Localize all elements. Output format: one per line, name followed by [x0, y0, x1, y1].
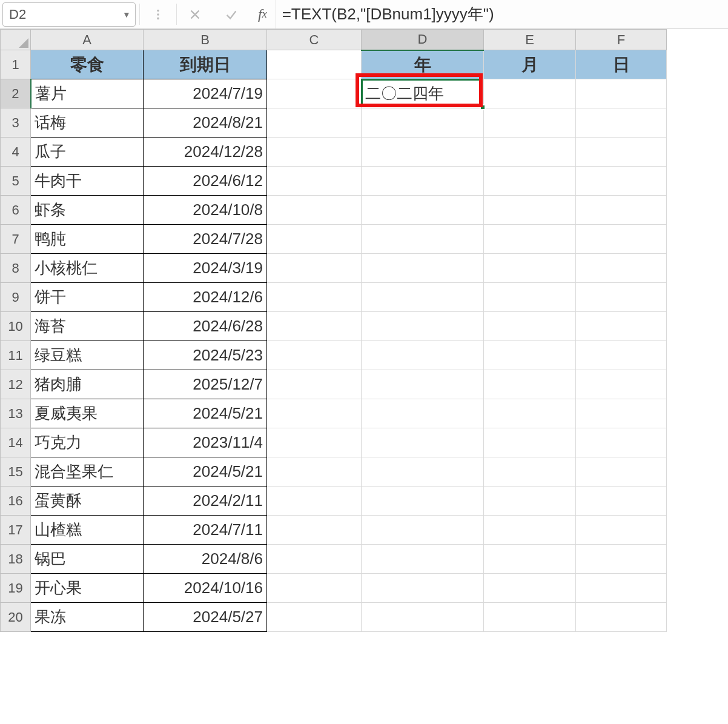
col-header-C[interactable]: C: [267, 30, 362, 50]
cell-C4[interactable]: [267, 138, 362, 167]
cell-B11[interactable]: 2024/5/23: [144, 341, 267, 370]
cell-B3[interactable]: 2024/8/21: [144, 108, 267, 138]
cell-C13[interactable]: [267, 399, 362, 428]
cell-A5[interactable]: 牛肉干: [31, 167, 144, 196]
cell-C19[interactable]: [267, 574, 362, 603]
cell-B16[interactable]: 2024/2/11: [144, 487, 267, 516]
row-header-3[interactable]: 3: [1, 108, 31, 138]
cell-F10[interactable]: [576, 312, 667, 341]
cell-C20[interactable]: [267, 603, 362, 632]
cell-A3[interactable]: 话梅: [31, 108, 144, 138]
row-header-1[interactable]: 1: [1, 50, 31, 79]
cell-D13[interactable]: [362, 399, 484, 428]
cell-F12[interactable]: [576, 370, 667, 399]
cell-F1[interactable]: 日: [576, 50, 667, 79]
cell-B6[interactable]: 2024/10/8: [144, 196, 267, 225]
row-header-14[interactable]: 14: [1, 428, 31, 457]
col-header-E[interactable]: E: [484, 30, 576, 50]
cell-D8[interactable]: [362, 254, 484, 283]
more-icon[interactable]: [140, 0, 176, 28]
cell-F2[interactable]: [576, 79, 667, 108]
cell-C1[interactable]: [267, 50, 362, 79]
cell-E9[interactable]: [484, 283, 576, 312]
cell-A9[interactable]: 饼干: [31, 283, 144, 312]
row-header-13[interactable]: 13: [1, 399, 31, 428]
cell-D16[interactable]: [362, 487, 484, 516]
cell-C9[interactable]: [267, 283, 362, 312]
cell-C3[interactable]: [267, 108, 362, 138]
select-all-corner[interactable]: [1, 30, 31, 50]
cell-A10[interactable]: 海苔: [31, 312, 144, 341]
cell-A4[interactable]: 瓜子: [31, 138, 144, 167]
cell-D17[interactable]: [362, 516, 484, 545]
fill-handle[interactable]: [480, 104, 486, 110]
cell-F5[interactable]: [576, 167, 667, 196]
cell-E17[interactable]: [484, 516, 576, 545]
cell-D5[interactable]: [362, 167, 484, 196]
cell-A14[interactable]: 巧克力: [31, 428, 144, 457]
cell-F11[interactable]: [576, 341, 667, 370]
cell-F6[interactable]: [576, 196, 667, 225]
cell-E7[interactable]: [484, 225, 576, 254]
cell-E15[interactable]: [484, 457, 576, 487]
cell-C10[interactable]: [267, 312, 362, 341]
row-header-15[interactable]: 15: [1, 457, 31, 487]
cell-E8[interactable]: [484, 254, 576, 283]
cell-F13[interactable]: [576, 399, 667, 428]
row-header-19[interactable]: 19: [1, 574, 31, 603]
cell-D10[interactable]: [362, 312, 484, 341]
cell-A8[interactable]: 小核桃仁: [31, 254, 144, 283]
cell-B10[interactable]: 2024/6/28: [144, 312, 267, 341]
cell-E6[interactable]: [484, 196, 576, 225]
cell-F19[interactable]: [576, 574, 667, 603]
row-header-9[interactable]: 9: [1, 283, 31, 312]
cell-A11[interactable]: 绿豆糕: [31, 341, 144, 370]
row-header-7[interactable]: 7: [1, 225, 31, 254]
cell-C6[interactable]: [267, 196, 362, 225]
cell-B17[interactable]: 2024/7/11: [144, 516, 267, 545]
row-header-18[interactable]: 18: [1, 545, 31, 574]
cell-C16[interactable]: [267, 487, 362, 516]
row-header-5[interactable]: 5: [1, 167, 31, 196]
row-header-10[interactable]: 10: [1, 312, 31, 341]
cell-A18[interactable]: 锅巴: [31, 545, 144, 574]
cell-E3[interactable]: [484, 108, 576, 138]
cell-B7[interactable]: 2024/7/28: [144, 225, 267, 254]
cell-C8[interactable]: [267, 254, 362, 283]
cell-B12[interactable]: 2025/12/7: [144, 370, 267, 399]
cell-B19[interactable]: 2024/10/16: [144, 574, 267, 603]
row-header-8[interactable]: 8: [1, 254, 31, 283]
cell-D4[interactable]: [362, 138, 484, 167]
cell-A6[interactable]: 虾条: [31, 196, 144, 225]
cell-A12[interactable]: 猪肉脯: [31, 370, 144, 399]
cell-D7[interactable]: [362, 225, 484, 254]
cell-C7[interactable]: [267, 225, 362, 254]
row-header-4[interactable]: 4: [1, 138, 31, 167]
cell-E20[interactable]: [484, 603, 576, 632]
col-header-F[interactable]: F: [576, 30, 667, 50]
cancel-icon[interactable]: [177, 0, 213, 28]
cell-A16[interactable]: 蛋黄酥: [31, 487, 144, 516]
cell-C5[interactable]: [267, 167, 362, 196]
cell-A20[interactable]: 果冻: [31, 603, 144, 632]
cell-F4[interactable]: [576, 138, 667, 167]
row-header-16[interactable]: 16: [1, 487, 31, 516]
cell-E4[interactable]: [484, 138, 576, 167]
cell-B20[interactable]: 2024/5/27: [144, 603, 267, 632]
cell-D9[interactable]: [362, 283, 484, 312]
confirm-icon[interactable]: [213, 0, 250, 28]
chevron-down-icon[interactable]: ▼: [118, 10, 135, 19]
cell-F7[interactable]: [576, 225, 667, 254]
cell-E10[interactable]: [484, 312, 576, 341]
cell-B9[interactable]: 2024/12/6: [144, 283, 267, 312]
row-header-2[interactable]: 2: [1, 79, 31, 108]
cell-F17[interactable]: [576, 516, 667, 545]
row-header-11[interactable]: 11: [1, 341, 31, 370]
cell-C15[interactable]: [267, 457, 362, 487]
cell-C2[interactable]: [267, 79, 362, 108]
cell-B8[interactable]: 2024/3/19: [144, 254, 267, 283]
cell-E5[interactable]: [484, 167, 576, 196]
cell-D1[interactable]: 年: [362, 50, 484, 79]
cell-A17[interactable]: 山楂糕: [31, 516, 144, 545]
cell-A1[interactable]: 零食: [31, 50, 144, 79]
